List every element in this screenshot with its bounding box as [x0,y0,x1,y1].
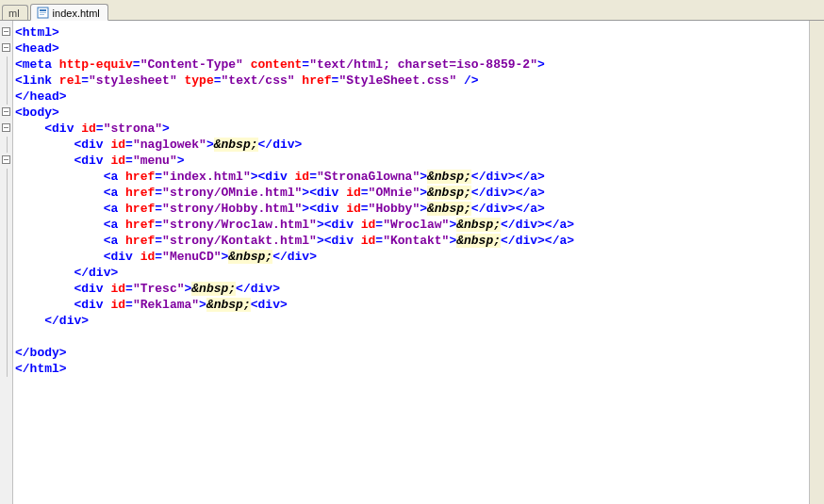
code-line: <a href="index.html"><div id="StronaGlow… [15,169,574,185]
code-line: <a href="strony/OMnie.html"><div id="OMn… [15,185,574,201]
editor-area: <html><head><meta http-equiv="Content-Ty… [0,21,824,504]
code-line: <head> [15,41,574,57]
code-line [15,329,574,345]
tab-bar: ml index.html [0,0,824,21]
code-content[interactable]: <html><head><meta http-equiv="Content-Ty… [13,21,574,504]
file-icon [37,7,49,19]
fold-toggle-icon[interactable] [2,107,10,116]
fold-toggle-icon[interactable] [2,123,10,132]
fold-toggle-icon[interactable] [2,155,10,164]
tab-active[interactable]: index.html [30,4,108,21]
svg-rect-3 [40,14,44,15]
fold-gutter[interactable] [0,21,13,504]
code-line: <div id="strona"> [15,121,574,137]
code-line: <a href="strony/Wroclaw.html"><div id="W… [15,217,574,233]
code-line: <div id="Tresc">&nbsp;</div> [15,281,574,297]
code-line: <div id="MenuCD">&nbsp;</div> [15,249,574,265]
fold-toggle-icon[interactable] [2,27,10,36]
code-line: <link rel="stylesheet" type="text/css" h… [15,73,574,89]
code-line: <div id="naglowek">&nbsp;</div> [15,137,574,153]
code-line: </body> [15,345,574,361]
code-line: <a href="strony/Kontakt.html"><div id="K… [15,233,574,249]
code-line: <a href="strony/Hobby.html"><div id="Hob… [15,201,574,217]
svg-rect-1 [40,9,46,11]
code-line: <div id="Reklama">&nbsp;<div> [15,297,574,313]
code-line: </div> [15,313,574,329]
code-line: <meta http-equiv="Content-Type" content=… [15,57,574,73]
code-line: </head> [15,89,574,105]
tab-active-label: index.html [53,8,100,19]
code-line: <html> [15,24,574,41]
code-line: </div> [15,265,574,281]
fold-toggle-icon[interactable] [2,43,10,52]
tab-inactive[interactable]: ml [2,5,28,20]
code-line: </html> [15,361,574,377]
vertical-scrollbar[interactable] [809,21,824,504]
svg-rect-2 [40,12,46,13]
code-line: <div id="menu"> [15,153,574,169]
code-line: <body> [15,105,574,121]
